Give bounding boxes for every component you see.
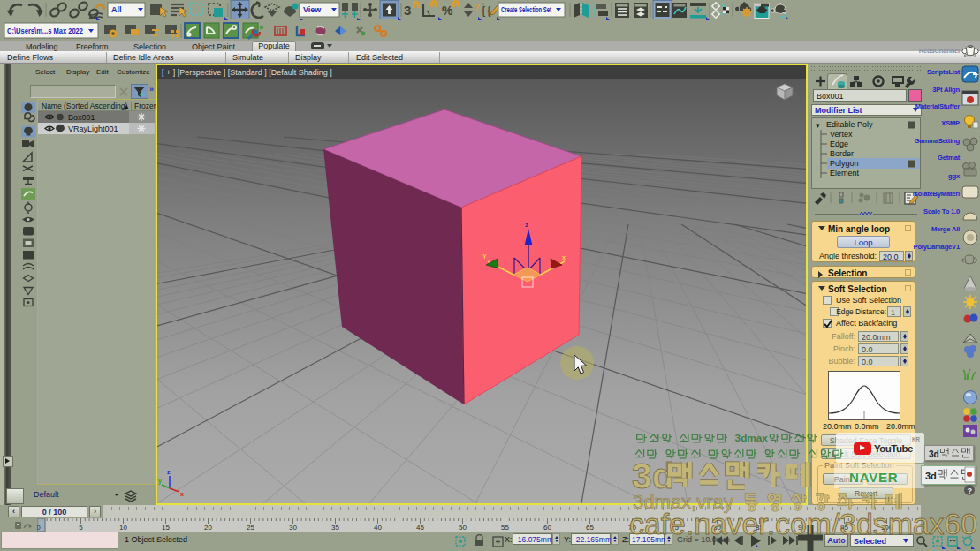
svg-text:40: 40: [374, 524, 382, 532]
svg-text:?: ?: [474, 2, 480, 12]
svg-text:60: 60: [543, 524, 551, 532]
svg-text:x: x: [562, 254, 566, 260]
svg-text:5: 5: [79, 524, 83, 532]
svg-text:{: {: [482, 4, 486, 17]
svg-text:45: 45: [416, 524, 424, 532]
svg-text:35: 35: [331, 524, 339, 532]
svg-text:10: 10: [119, 524, 127, 532]
svg-text:[ + ] [Perspective ] [Standar: [ + ] [Perspective ] [Standard ] [Defaul…: [162, 68, 332, 77]
svg-text:x: x: [180, 491, 184, 497]
svg-text:100: 100: [881, 524, 893, 532]
svg-text:20: 20: [204, 524, 212, 532]
svg-text:80: 80: [713, 524, 721, 532]
svg-text:50: 50: [459, 524, 467, 532]
svg-text:Create Selection Set: Create Selection Set: [501, 5, 551, 14]
svg-text:55: 55: [501, 524, 509, 532]
svg-text:65: 65: [586, 524, 594, 532]
svg-text:3: 3: [404, 3, 411, 18]
svg-text:70: 70: [628, 524, 636, 532]
svg-text:15: 15: [162, 524, 170, 532]
svg-text:95: 95: [840, 524, 848, 532]
svg-text:View: View: [303, 5, 322, 14]
svg-text:Y: Y: [482, 253, 487, 260]
svg-text:z: z: [167, 469, 171, 475]
svg-text:C:\Users\m...s Max 2022: C:\Users\m...s Max 2022: [7, 27, 83, 35]
svg-text:75: 75: [671, 524, 679, 532]
svg-text:y: y: [158, 478, 162, 485]
svg-text:0: 0: [37, 524, 41, 532]
svg-text:All: All: [111, 5, 122, 14]
svg-text:Box001: Box001: [68, 113, 95, 122]
svg-text:30: 30: [289, 524, 297, 532]
svg-text:%: %: [442, 4, 453, 18]
svg-text:VRayLight001: VRayLight001: [68, 125, 118, 133]
svg-text:z: z: [525, 221, 528, 229]
svg-text:25: 25: [247, 524, 254, 532]
svg-text:85: 85: [756, 524, 763, 532]
